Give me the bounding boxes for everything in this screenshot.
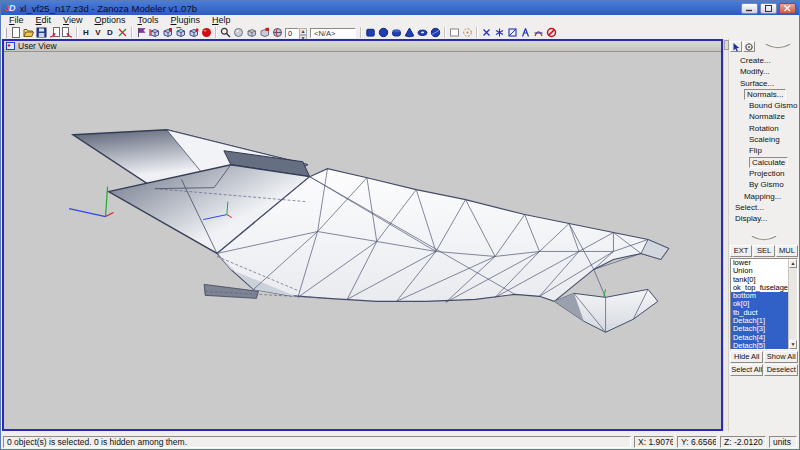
ext-button[interactable]: EXT: [730, 245, 752, 257]
rollup-handle[interactable]: [764, 42, 792, 51]
list-item[interactable]: tank[0]: [731, 276, 788, 284]
list-scrollbar[interactable]: ▲ ▼: [788, 259, 797, 349]
titlebar: 3D xl_vf25_n17.z3d - Zanoza Modeler v1.0…: [1, 1, 799, 15]
menu-calculate[interactable]: Calculate: [729, 157, 799, 168]
list-item[interactable]: Detach[5]: [731, 342, 788, 349]
menu-options[interactable]: Options: [88, 15, 131, 26]
viewport-canvas[interactable]: [4, 52, 721, 429]
menu-normalize[interactable]: Normalize: [729, 111, 799, 122]
close-button[interactable]: [779, 3, 796, 14]
sel-button[interactable]: SEL: [753, 245, 775, 257]
select-all-button[interactable]: Select All: [730, 364, 764, 376]
save-file-icon[interactable]: [35, 27, 48, 39]
material-dropdown[interactable]: <N/A>: [310, 28, 356, 38]
view-snapshot-icon[interactable]: [258, 27, 271, 39]
display-button[interactable]: D: [104, 27, 116, 38]
view-world-icon[interactable]: [271, 27, 284, 39]
list-item[interactable]: ok[0]: [731, 300, 788, 308]
pointer-tool-button[interactable]: [730, 41, 742, 52]
import-file-icon[interactable]: [48, 27, 61, 39]
hide-button[interactable]: H: [80, 27, 92, 38]
rotate-object-icon[interactable]: [174, 27, 187, 39]
visible-button[interactable]: V: [92, 27, 104, 38]
vertices-mode-icon[interactable]: [480, 27, 493, 39]
delete-object-icon[interactable]: [200, 27, 213, 39]
create-cylinder-icon[interactable]: [390, 27, 403, 39]
disable-mode-icon[interactable]: [545, 27, 558, 39]
splitter-notch[interactable]: [724, 40, 729, 50]
list-item[interactable]: tb_duct: [731, 309, 788, 317]
scroll-down-icon[interactable]: ▼: [789, 340, 797, 349]
list-item[interactable]: bottom: [731, 292, 788, 300]
list-item[interactable]: Detach[1]: [731, 317, 788, 325]
menu-normals[interactable]: Normals...: [729, 89, 799, 100]
toolbar-grip: [4, 28, 7, 38]
spinner-up-icon[interactable]: ▲: [299, 28, 307, 35]
menu-rotation[interactable]: Rotation: [729, 123, 799, 134]
viewport-icon: [6, 42, 15, 50]
export-file-icon[interactable]: [61, 27, 74, 39]
menu-edit[interactable]: Edit: [30, 15, 58, 26]
nose-flap: [554, 289, 658, 332]
deselect-button[interactable]: Deselect: [764, 364, 798, 376]
create-cube-icon[interactable]: [364, 27, 377, 39]
menu-mapping[interactable]: Mapping...: [729, 191, 799, 202]
open-file-icon[interactable]: [22, 27, 35, 39]
paste-object-icon[interactable]: [187, 27, 200, 39]
coord-x: X: 1.9076: [634, 436, 674, 448]
create-torus-icon[interactable]: [416, 27, 429, 39]
create-cone-icon[interactable]: [403, 27, 416, 39]
mirror-object-icon[interactable]: [148, 27, 161, 39]
menu-display[interactable]: Display...: [729, 213, 799, 224]
menu-by-gismo[interactable]: By Gismo: [729, 179, 799, 190]
menu-file[interactable]: File: [3, 15, 30, 26]
menu-projection[interactable]: Projection: [729, 168, 799, 179]
circle-select-icon[interactable]: [461, 27, 474, 39]
marquee-select-icon[interactable]: [448, 27, 461, 39]
mul-button[interactable]: MUL: [776, 245, 798, 257]
menu-create[interactable]: Create...: [729, 55, 799, 66]
copy-object-icon[interactable]: [161, 27, 174, 39]
menu-scaleing[interactable]: Scaleing: [729, 134, 799, 145]
uv-mode-icon[interactable]: [532, 27, 545, 39]
edges-mode-icon[interactable]: [493, 27, 506, 39]
create-sphere-icon[interactable]: [377, 27, 390, 39]
create-geosphere-icon[interactable]: [429, 27, 442, 39]
view-sphere-icon[interactable]: [232, 27, 245, 39]
hide-all-button[interactable]: Hide All: [730, 351, 764, 363]
rollup-handle-objects[interactable]: [750, 234, 778, 243]
list-item[interactable]: Union: [731, 267, 788, 275]
menu-tools[interactable]: Tools: [131, 15, 164, 26]
menu-surface[interactable]: Surface...: [729, 78, 799, 89]
menu-bound-gismo[interactable]: Bound Gismo: [729, 100, 799, 111]
menu-plugins[interactable]: Plugins: [164, 15, 206, 26]
viewport-header[interactable]: User View: [4, 41, 721, 52]
show-all-button[interactable]: Show All: [764, 351, 798, 363]
scroll-up-icon[interactable]: ▲: [789, 259, 797, 268]
toolbar: H V D 0 ▲▼ <N/A>: [1, 26, 799, 39]
menu-modify[interactable]: Modify...: [729, 66, 799, 77]
list-item[interactable]: Detach[4]: [731, 334, 788, 342]
settings-button[interactable]: [743, 41, 755, 52]
panel-splitter[interactable]: [723, 39, 729, 431]
menu-help[interactable]: Help: [206, 15, 237, 26]
view-cube-icon[interactable]: [245, 27, 258, 39]
maximize-button[interactable]: [760, 3, 777, 14]
list-item[interactable]: ok_top_fuselage: [731, 284, 788, 292]
new-file-icon[interactable]: [9, 27, 22, 39]
menu-bar: File Edit View Options Tools Plugins Hel…: [1, 15, 799, 26]
spinner-arrows[interactable]: ▲▼: [299, 28, 307, 38]
list-item[interactable]: Detach[3]: [731, 325, 788, 333]
toggle-axes-icon[interactable]: [116, 27, 129, 39]
menu-select[interactable]: Select...: [729, 202, 799, 213]
list-item[interactable]: lower: [731, 259, 788, 267]
minimize-button[interactable]: [741, 3, 758, 14]
polygons-mode-icon[interactable]: [506, 27, 519, 39]
level-spinner[interactable]: 0 ▲▼: [285, 28, 307, 38]
zoom-view-icon[interactable]: [219, 27, 232, 39]
objects-mode-icon[interactable]: [519, 27, 532, 39]
menu-flip[interactable]: Flip: [729, 145, 799, 156]
menu-view[interactable]: View: [57, 15, 88, 26]
level-spinner-value[interactable]: 0: [285, 28, 299, 38]
flag-select-icon[interactable]: [135, 27, 148, 39]
